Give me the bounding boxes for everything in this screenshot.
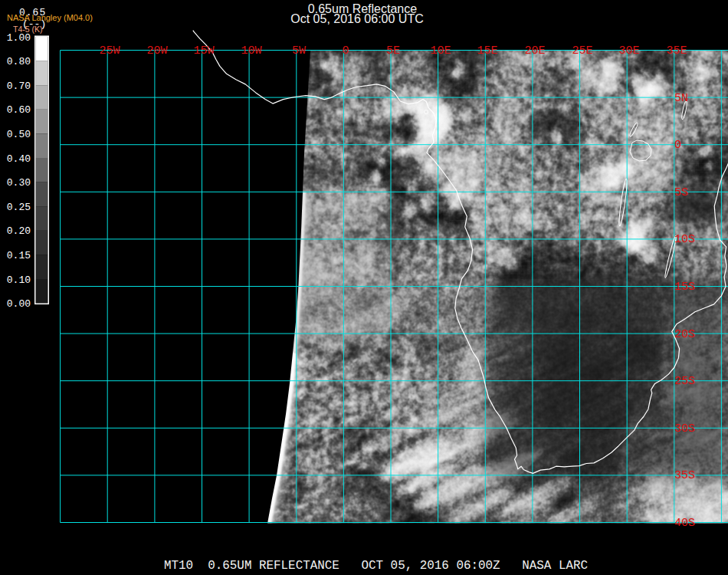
- svg-text:5N: 5N: [674, 92, 688, 105]
- svg-text:0.10: 0.10: [7, 274, 31, 286]
- svg-text:10S: 10S: [674, 233, 695, 246]
- svg-text:0: 0: [674, 139, 681, 152]
- svg-text:0.80: 0.80: [7, 56, 31, 67]
- svg-text:0.30: 0.30: [7, 177, 31, 189]
- svg-text:20W: 20W: [146, 44, 167, 58]
- svg-text:0: 0: [342, 44, 349, 58]
- svg-text:5W: 5W: [292, 44, 306, 58]
- svg-text:10W: 10W: [241, 44, 261, 58]
- svg-text:25W: 25W: [99, 44, 120, 58]
- svg-text:5S: 5S: [674, 186, 688, 199]
- svg-text:40S: 40S: [674, 517, 695, 530]
- svg-text:15S: 15S: [674, 281, 695, 294]
- svg-text:1.00: 1.00: [7, 32, 31, 44]
- svg-text:15E: 15E: [477, 44, 497, 58]
- svg-text:0.60: 0.60: [7, 104, 31, 116]
- svg-text:0.70: 0.70: [7, 80, 31, 92]
- svg-text:0.20: 0.20: [7, 225, 31, 237]
- svg-text:0.15: 0.15: [7, 250, 31, 261]
- svg-text:20S: 20S: [674, 328, 695, 341]
- svg-text:MT10 0.65UM REFLECTANCE OCT: MT10 0.65UM REFLECTANCE OCT 05, 2016 06:…: [164, 559, 588, 573]
- svg-text:15W: 15W: [193, 44, 214, 58]
- svg-text:30S: 30S: [674, 422, 695, 435]
- svg-text:25S: 25S: [674, 375, 695, 388]
- svg-text:0.25: 0.25: [7, 202, 31, 213]
- svg-text:5E: 5E: [386, 44, 400, 58]
- svg-text:0.40: 0.40: [7, 153, 31, 165]
- svg-text:NASA Langley (M04.0): NASA Langley (M04.0): [7, 13, 93, 22]
- svg-text:30E: 30E: [618, 44, 639, 58]
- svg-text:10E: 10E: [430, 44, 451, 58]
- svg-text:Oct 05, 2016 06:00 UTC: Oct 05, 2016 06:00 UTC: [290, 12, 423, 25]
- svg-text:20E: 20E: [524, 44, 545, 58]
- svg-text:0.50: 0.50: [7, 129, 31, 140]
- svg-text:35E: 35E: [666, 44, 687, 58]
- svg-text:25E: 25E: [572, 44, 592, 58]
- svg-text:0.00: 0.00: [7, 298, 31, 310]
- svg-text:T4-5 (K): T4-5 (K): [13, 25, 43, 34]
- svg-text:35S: 35S: [674, 469, 695, 482]
